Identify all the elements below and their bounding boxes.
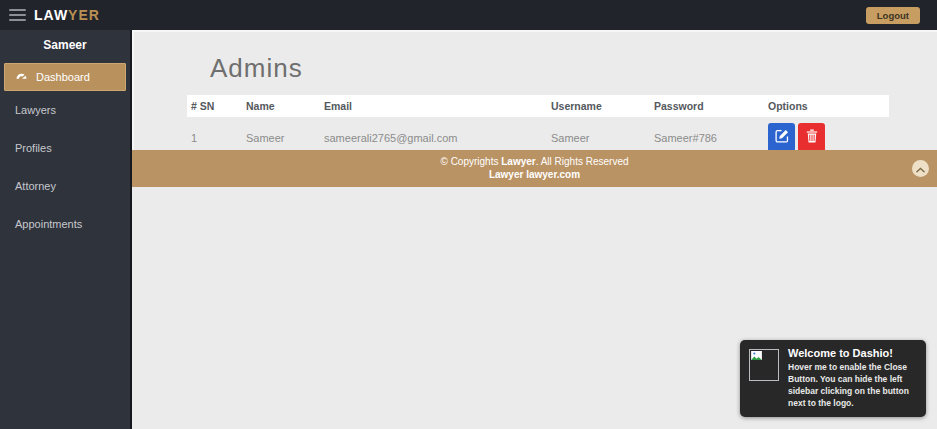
footer-domain: Lawyer lawyer.com	[132, 169, 937, 180]
broken-image-icon	[749, 349, 779, 381]
welcome-popup[interactable]: Welcome to Dashio! Hover me to enable th…	[740, 340, 926, 417]
col-header-sn: # SN	[187, 95, 242, 117]
gauge-icon	[15, 72, 28, 82]
copyright-line: © Copyrights Lawyer. All Rights Reserved	[132, 156, 937, 167]
sidebar-username: Sameer	[0, 30, 130, 63]
sidebar-item-label: Appointments	[15, 218, 82, 230]
sidebar-item-label: Lawyers	[15, 104, 56, 116]
topbar: LAWYER Logout	[0, 0, 937, 30]
admins-table: # SN Name Email Username Password Option…	[187, 95, 889, 158]
popup-title: Welcome to Dashio!	[788, 347, 917, 359]
sidebar-item-attorney[interactable]: Attorney	[0, 167, 130, 205]
sidebar-item-label: Profiles	[15, 142, 52, 154]
chevron-up-icon	[916, 161, 925, 176]
footer-brand: Lawyer	[501, 156, 535, 167]
logout-button[interactable]: Logout	[866, 7, 920, 24]
edit-icon	[775, 129, 789, 146]
sidebar-item-label: Attorney	[15, 180, 56, 192]
sidebar-item-appointments[interactable]: Appointments	[0, 205, 130, 243]
sidebar-item-lawyers[interactable]: Lawyers	[0, 91, 130, 129]
popup-body: Hover me to enable the Close Button. You…	[788, 362, 917, 410]
app-logo[interactable]: LAWYER	[34, 7, 100, 23]
col-header-email: Email	[320, 95, 547, 117]
col-header-name: Name	[242, 95, 320, 117]
sidebar-item-profiles[interactable]: Profiles	[0, 129, 130, 167]
sidebar-item-dashboard[interactable]: Dashboard	[4, 63, 126, 91]
page-title: Admins	[210, 53, 937, 84]
footer: © Copyrights Lawyer. All Rights Reserved…	[132, 150, 937, 187]
sidebar: Sameer Dashboard Lawyers Profiles Attorn…	[0, 30, 132, 429]
logo-accent: YER	[68, 7, 100, 23]
col-header-username: Username	[547, 95, 650, 117]
delete-button[interactable]	[798, 123, 825, 152]
col-header-password: Password	[650, 95, 764, 117]
col-header-options: Options	[764, 95, 889, 117]
sidebar-toggle-icon[interactable]	[9, 9, 26, 21]
logo-primary: LAW	[34, 7, 68, 23]
sidebar-menu: Dashboard Lawyers Profiles Attorney Appo…	[0, 63, 130, 243]
main-content: Admins # SN Name Email Username Password…	[132, 30, 937, 158]
edit-button[interactable]	[768, 123, 795, 152]
sidebar-item-label: Dashboard	[36, 71, 90, 83]
trash-icon	[806, 129, 818, 146]
table-header-row: # SN Name Email Username Password Option…	[187, 95, 889, 117]
scroll-to-top-button[interactable]	[912, 160, 929, 177]
